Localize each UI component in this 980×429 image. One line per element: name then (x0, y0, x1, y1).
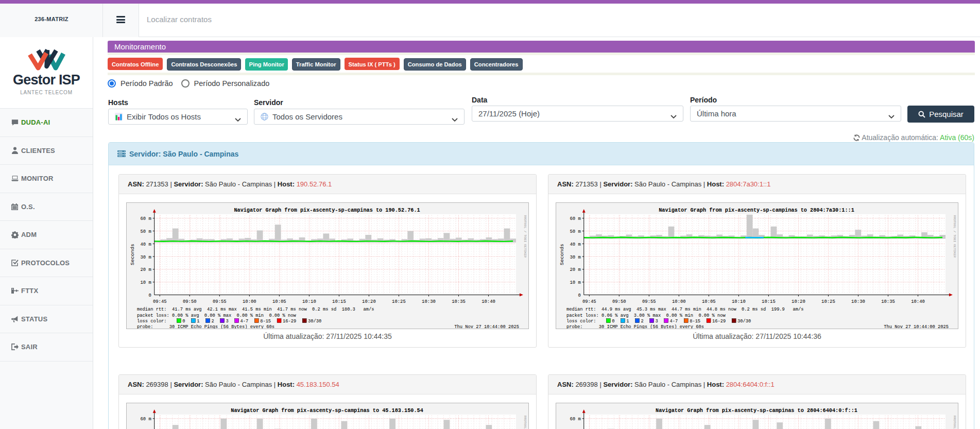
svg-text:3: 3 (656, 319, 658, 324)
svg-text:1: 1 (626, 319, 629, 324)
svg-text:10:20: 10:20 (362, 299, 376, 304)
svg-text:probe: 30 ICMP Echo Pings: probe: 30 ICMP Echo Pings (56 Bytes) eve… (137, 324, 274, 329)
svg-text:10:00: 10:00 (672, 299, 686, 304)
svg-text:1: 1 (197, 319, 199, 324)
svg-text:60 m: 60 m (140, 417, 151, 422)
svg-text:Navigator Graph from pix-ascen: Navigator Graph from pix-ascenty-sp-camp… (656, 407, 857, 414)
svg-text:8-15: 8-15 (260, 319, 271, 324)
svg-text:Navigator Graph from pix-ascen: Navigator Graph from pix-ascenty-sp-camp… (231, 407, 423, 414)
svg-text:30 m: 30 m (570, 255, 580, 260)
svg-text:median rtt: 41.7 ms avg 42.1: median rtt: 41.7 ms avg 42.1 ms max 41.5… (137, 307, 374, 312)
svg-text:10:00: 10:00 (243, 299, 256, 304)
svg-text:2: 2 (641, 319, 643, 324)
svg-text:16-29: 16-29 (283, 319, 296, 324)
svg-text:0: 0 (182, 319, 185, 324)
svg-text:09:45: 09:45 (582, 299, 596, 304)
svg-text:30/30: 30/30 (737, 319, 751, 324)
svg-text:40 m: 40 m (140, 242, 151, 247)
svg-text:20 m: 20 m (570, 267, 580, 272)
svg-text:8-15: 8-15 (690, 319, 700, 324)
svg-text:packet loss: 0.06 % avg 3.00: packet loss: 0.06 % avg 3.00 % max 0.00 … (566, 313, 726, 318)
svg-text:09:55: 09:55 (642, 299, 656, 304)
svg-text:09:50: 09:50 (183, 299, 197, 304)
svg-text:16-29: 16-29 (712, 319, 726, 324)
svg-text:10:05: 10:05 (272, 299, 286, 304)
svg-text:10:15: 10:15 (332, 299, 346, 304)
svg-text:probe: 30 ICMP Echo Pings: probe: 30 ICMP Echo Pings (56 Bytes) eve… (566, 324, 704, 329)
svg-text:median rtt: 44.9 ms avg 45.3: median rtt: 44.9 ms avg 45.3 ms max 44.7… (566, 307, 803, 312)
svg-text:30/30: 30/30 (308, 319, 321, 324)
svg-text:packet loss: 0.00 % avg 0.00: packet loss: 0.00 % avg 0.00 % max 0.00 … (137, 313, 296, 318)
svg-text:Seconds: Seconds (130, 244, 135, 265)
svg-text:09:55: 09:55 (213, 299, 227, 304)
svg-text:0: 0 (578, 293, 580, 298)
svg-text:Seconds: Seconds (559, 244, 565, 265)
svg-text:50 m: 50 m (140, 229, 151, 234)
svg-text:0: 0 (148, 293, 151, 298)
svg-text:Thu Nov 27 10:44:00 2025: Thu Nov 27 10:44:00 2025 (454, 324, 519, 329)
svg-text:60 m: 60 m (570, 417, 580, 422)
svg-text:RRDTOOL / TOBI OETIKER: RRDTOOL / TOBI OETIKER (953, 416, 956, 429)
svg-text:09:45: 09:45 (153, 299, 167, 304)
svg-text:Thu Nov 27 10:44:00 2025: Thu Nov 27 10:44:00 2025 (884, 324, 949, 329)
svg-text:2: 2 (211, 319, 214, 324)
svg-text:10:20: 10:20 (792, 299, 805, 304)
svg-text:20 m: 20 m (140, 267, 151, 272)
svg-text:40 m: 40 m (570, 242, 580, 247)
svg-text:10:25: 10:25 (821, 299, 835, 304)
svg-text:4-7: 4-7 (670, 319, 678, 324)
svg-text:50 m: 50 m (570, 229, 580, 234)
svg-text:4-7: 4-7 (240, 319, 249, 324)
svg-text:Navigator Graph from pix-ascen: Navigator Graph from pix-ascenty-sp-camp… (234, 207, 420, 213)
svg-text:0: 0 (612, 319, 614, 324)
svg-text:10:40: 10:40 (911, 299, 925, 304)
svg-text:RRDTOOL / TOBI OETIKER: RRDTOOL / TOBI OETIKER (953, 215, 956, 258)
svg-text:10:30: 10:30 (851, 299, 865, 304)
svg-text:3: 3 (226, 319, 229, 324)
svg-text:loss color:: loss color: (566, 319, 596, 324)
svg-text:10 m: 10 m (570, 280, 580, 285)
svg-text:10:40: 10:40 (482, 299, 495, 304)
svg-text:30 m: 30 m (140, 255, 151, 260)
svg-text:10:35: 10:35 (452, 299, 466, 304)
svg-text:09:50: 09:50 (612, 299, 626, 304)
svg-text:10:25: 10:25 (392, 299, 406, 304)
svg-text:Navigator Graph from pix-ascen: Navigator Graph from pix-ascenty-sp-camp… (659, 207, 854, 213)
svg-text:10:10: 10:10 (302, 299, 316, 304)
svg-text:10:35: 10:35 (881, 299, 895, 304)
svg-text:10:30: 10:30 (422, 299, 436, 304)
svg-text:10:05: 10:05 (702, 299, 716, 304)
svg-text:10:10: 10:10 (732, 299, 746, 304)
svg-text:10:15: 10:15 (762, 299, 776, 304)
svg-text:60 m: 60 m (140, 216, 151, 221)
svg-text:RRDTOOL / TOBI OETIKER: RRDTOOL / TOBI OETIKER (523, 215, 527, 258)
svg-text:60 m: 60 m (570, 216, 580, 221)
svg-text:10 m: 10 m (140, 280, 151, 285)
svg-text:RRDTOOL / TOBI OETIKER: RRDTOOL / TOBI OETIKER (523, 416, 527, 429)
svg-text:loss color:: loss color: (137, 319, 167, 324)
